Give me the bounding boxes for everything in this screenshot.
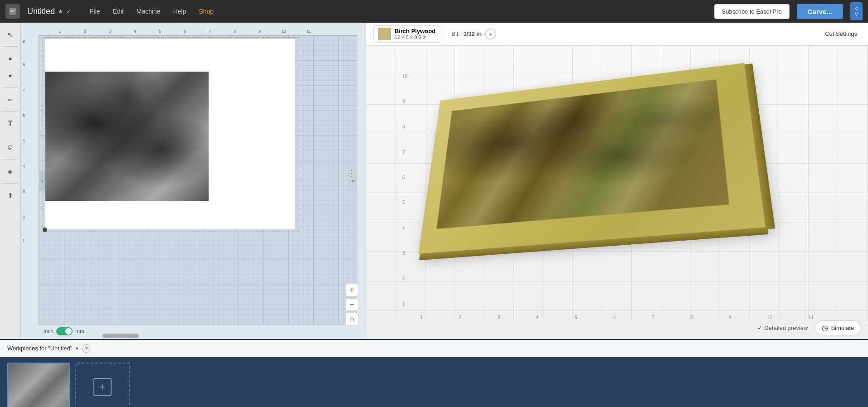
unit-inch-label: inch (44, 328, 54, 334)
detailed-preview-label: Detailed preview (764, 325, 808, 331)
board-bottom-face (419, 227, 768, 260)
toolbar-divider-5 (2, 183, 19, 184)
left-toolbar: ↖ ● ■ ★ ▲ ✏ T ☺ ◈ ⬆ (0, 23, 21, 339)
design-raster-image (45, 72, 209, 201)
workpieces-content: + (0, 357, 868, 407)
workpiece-item-1[interactable] (7, 363, 70, 407)
board-right-face (744, 63, 775, 229)
more-options-button[interactable]: ⋮ (347, 168, 356, 178)
material-dimensions: 12 × 8 × 0.5 in (395, 34, 435, 40)
canvas-scrollbar-horizontal[interactable] (39, 333, 357, 339)
scrollbar-thumb[interactable] (102, 334, 139, 338)
material-name: Birch Plywood (395, 28, 435, 34)
engraving-surface (436, 79, 729, 229)
project-title: Untitled ★ ✓ (27, 7, 72, 16)
left-ruler: 9 8 7 6 5 4 3 2 1 (21, 35, 39, 325)
save-status-icon: ✓ (66, 8, 72, 15)
favorite-icon[interactable]: ★ (58, 8, 63, 15)
arrow-tool-button[interactable]: ↖ (2, 26, 19, 43)
zoom-out-button[interactable]: − (346, 298, 358, 311)
add-workpiece-icon: + (93, 378, 112, 396)
detailed-preview-toggle[interactable]: ✓ Detailed preview (757, 325, 808, 331)
canvas-area: 1 2 3 4 5 6 7 8 9 10 11 9 8 7 6 5 4 3 2 … (21, 23, 366, 339)
board-top-face (419, 63, 766, 254)
nav-menu: File Edit Machine Help Shop (84, 5, 219, 18)
material-selector[interactable]: Birch Plywood 12 × 8 × 0.5 in (373, 25, 440, 43)
collapse-left-button[interactable]: « (39, 171, 45, 191)
workpieces-bar: Workpieces for "Untitled" ▾ ? + (0, 339, 868, 407)
nav-edit[interactable]: Edit (107, 5, 129, 18)
workpieces-title: Workpieces for "Untitled" (7, 345, 72, 352)
nav-shop[interactable]: Shop (193, 5, 219, 18)
bit-selector: Bit: 1/32 in + (446, 29, 496, 39)
preview-ruler-bottom: 1 2 3 4 5 6 7 8 9 10 11 (366, 315, 868, 320)
simulate-icon: ◷ (822, 324, 828, 332)
add-bit-button[interactable]: + (485, 29, 496, 39)
preview-header: Birch Plywood 12 × 8 × 0.5 in Bit: 1/32 … (366, 23, 868, 45)
material-color-swatch (378, 28, 391, 40)
fit-to-screen-button[interactable]: ⌂ (346, 313, 358, 325)
3d-tool-button[interactable]: ◈ (2, 163, 19, 179)
simulate-label: Simulate (831, 325, 854, 331)
pen-tool-button[interactable]: ✏ (2, 92, 19, 108)
unit-switch[interactable] (56, 327, 73, 335)
main-area: ↖ ● ■ ★ ▲ ✏ T ☺ ◈ ⬆ 1 2 3 4 5 6 7 8 9 (0, 23, 868, 339)
project-name: Untitled (27, 7, 55, 16)
toolbar-divider (2, 46, 19, 47)
engraving-texture (437, 80, 729, 229)
carve-button[interactable]: Carve... (797, 4, 843, 19)
preview-footer: ✓ Detailed preview ◷ Simulate (757, 320, 861, 335)
toolbar-divider-3 (2, 111, 19, 112)
unit-toggle: inch mm (44, 327, 84, 335)
nav-machine[interactable]: Machine (131, 5, 166, 18)
svg-rect-2 (10, 11, 14, 12)
toggle-knob (65, 328, 72, 334)
3d-preview-viewport: 1 2 3 4 5 6 7 8 9 10 11 (366, 45, 868, 339)
workpieces-header: Workpieces for "Untitled" ▾ ? (0, 340, 868, 357)
unit-mm-label: mm (75, 328, 84, 334)
app-icon (5, 4, 20, 19)
help-button[interactable]: ? (82, 344, 90, 353)
detailed-preview-check: ✓ (757, 325, 762, 331)
circle-tool-button[interactable]: ● (2, 50, 19, 67)
add-workpiece-button[interactable]: + (75, 363, 130, 407)
material-info: Birch Plywood 12 × 8 × 0.5 in (395, 28, 435, 40)
top-ruler: 1 2 3 4 5 6 7 8 9 10 11 (39, 23, 357, 35)
board-3d-perspective (416, 58, 809, 267)
emoji-tool-button[interactable]: ☺ (2, 139, 19, 155)
3d-preview-panel: Birch Plywood 12 × 8 × 0.5 in Bit: 1/32 … (366, 23, 868, 339)
toolbar-divider-2 (2, 87, 19, 88)
import-tool-button[interactable]: ⬆ (2, 187, 19, 204)
workpiece-thumbnail-1 (8, 363, 69, 407)
toolbar-divider-4 (2, 159, 19, 160)
workpieces-dropdown-button[interactable]: ▾ (76, 345, 78, 352)
subscribe-button[interactable]: Subscribe to Easel Pro (714, 4, 790, 19)
cut-settings-button[interactable]: Cut Settings (821, 29, 861, 39)
nav-help[interactable]: Help (168, 5, 192, 18)
board-3d-container (411, 59, 819, 267)
svg-rect-1 (10, 10, 15, 11)
preview-ruler-left: 10 9 8 7 6 5 4 3 2 1 (402, 63, 407, 316)
bit-value: 1/32 in (463, 30, 482, 37)
text-tool-button[interactable]: T (2, 116, 19, 132)
zoom-in-button[interactable]: + (346, 284, 358, 296)
top-navigation: Untitled ★ ✓ File Edit Machine Help Shop… (0, 0, 868, 23)
nav-file[interactable]: File (84, 5, 106, 18)
design-element[interactable] (45, 72, 209, 201)
simulate-button[interactable]: ◷ Simulate (815, 320, 861, 335)
zoom-controls: + − ⌂ (346, 284, 358, 325)
canvas-workspace[interactable] (39, 35, 357, 325)
star-tool-button[interactable]: ★ (2, 68, 19, 84)
bit-label: Bit: (452, 31, 459, 37)
expand-panel-button[interactable]: < v (850, 2, 863, 20)
